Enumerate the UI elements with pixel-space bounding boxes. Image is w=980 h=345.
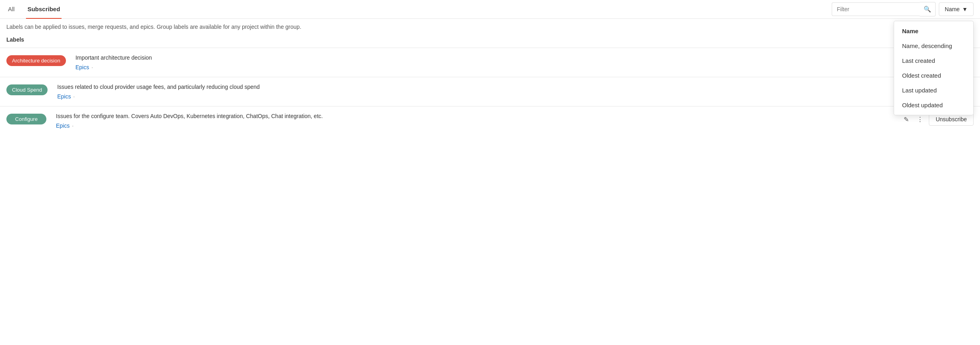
label-content-configure: Issues for the configure team. Covers Au… <box>56 113 895 129</box>
label-badge-architecture-decision: Architecture decision <box>6 55 66 66</box>
table-row: Cloud Spend Issues related to cloud prov… <box>0 77 980 106</box>
table-row: Architecture decision Important architec… <box>0 48 980 77</box>
table-row: Configure Issues for the configure team.… <box>0 106 980 135</box>
sort-option-oldest-created[interactable]: Oldest created <box>894 68 973 83</box>
sort-dropdown-menu: Name Name, descending Last created Oldes… <box>894 21 974 115</box>
chevron-down-icon: ▼ <box>962 6 968 12</box>
sort-option-name-desc[interactable]: Name, descending <box>894 38 973 53</box>
filter-input-wrap: 🔍 <box>832 2 936 16</box>
label-badge-cloud-spend: Cloud Spend <box>6 84 48 95</box>
sort-option-last-updated[interactable]: Last updated <box>894 83 973 98</box>
label-description: Issues related to cloud provider usage f… <box>57 84 974 90</box>
tab-subscribed[interactable]: Subscribed <box>26 0 62 19</box>
search-icon: 🔍 <box>924 6 931 12</box>
label-epics-link[interactable]: Epics <box>56 122 70 129</box>
filter-input[interactable] <box>832 2 920 16</box>
search-button[interactable]: 🔍 <box>920 2 936 16</box>
dot: · <box>92 64 93 70</box>
tabs-bar: All Subscribed 🔍 Name ▼ <box>0 0 980 19</box>
label-content-architecture-decision: Important architecture decision Epics · <box>76 54 974 70</box>
label-epics-link[interactable]: Epics <box>76 64 89 70</box>
sort-option-name[interactable]: Name <box>894 24 973 38</box>
sort-label: Name <box>945 6 960 12</box>
sort-dropdown-button[interactable]: Name ▼ <box>939 2 974 16</box>
tab-all[interactable]: All <box>6 0 16 19</box>
sort-option-last-created[interactable]: Last created <box>894 53 973 68</box>
label-content-cloud-spend: Issues related to cloud provider usage f… <box>57 84 974 100</box>
more-actions-button[interactable]: ⋮ <box>914 114 926 125</box>
dot: · <box>73 93 75 100</box>
label-description: Issues for the configure team. Covers Au… <box>56 113 895 119</box>
dot: · <box>72 122 74 129</box>
label-epics-link[interactable]: Epics <box>57 93 71 100</box>
edit-button[interactable]: ✎ <box>901 114 911 125</box>
label-description: Important architecture decision <box>76 54 974 61</box>
sort-option-oldest-updated[interactable]: Oldest updated <box>894 98 973 112</box>
labels-heading: Labels <box>0 33 980 48</box>
info-text: Labels can be applied to issues, merge r… <box>0 19 980 33</box>
label-badge-configure: Configure <box>6 114 46 124</box>
